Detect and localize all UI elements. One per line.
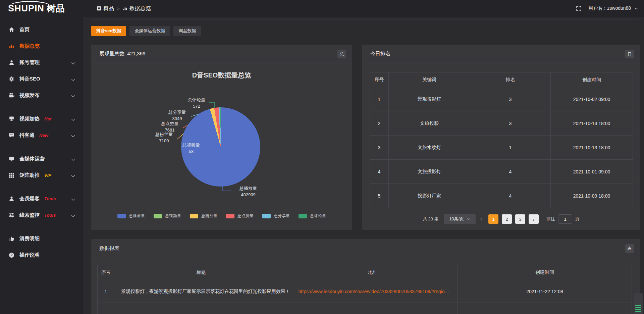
sidebar-item-lead-monitor[interactable]: 线索监控 Tools (0, 207, 83, 223)
new-badge: New (39, 133, 48, 138)
page-button-3[interactable]: 3 (515, 214, 525, 224)
rank-panel-header: 今日排名 日 (362, 45, 640, 63)
total-badge-button[interactable]: 总 (337, 50, 346, 58)
chevron-down-icon (71, 93, 75, 98)
widget-bar (635, 311, 641, 312)
page-unit-label: 页 (575, 216, 580, 222)
breadcrumb: 树品 > 数据总览 (97, 0, 151, 17)
chevron-down-icon (71, 172, 75, 178)
seo-panel-header: 展现量总数: 421,369 总 (91, 45, 352, 63)
legend-item[interactable]: 总视频量 (154, 213, 181, 219)
legend-swatch (154, 214, 162, 218)
page-size-select[interactable]: 10条/页 (444, 214, 476, 224)
sidebar-item-video-heat[interactable]: 视频加热 Hot (0, 111, 83, 127)
goto-page-input[interactable] (558, 214, 572, 224)
table-badge-button[interactable]: 表 (625, 244, 634, 253)
sidebar-item-expense-detail[interactable]: 消费明细 (0, 230, 83, 247)
username-menu[interactable]: 用户名：zswodun88 (588, 5, 638, 11)
sidebar-item-instructions[interactable]: ? 操作说明 (0, 247, 83, 263)
tab-media-operation-data[interactable]: 全媒体运营数据 (129, 26, 170, 36)
dashboard-page: SHUPIN 树品 树品 > 数据总览 用户名：zswodun88 (0, 0, 644, 314)
chevron-down-icon (71, 116, 75, 122)
video-camera-icon (9, 93, 14, 98)
sidebar-item-douyin-seo[interactable]: 抖音SEO (0, 71, 83, 87)
chevron-down-icon (71, 156, 75, 162)
sidebar-item-account[interactable]: 账号管理 (0, 54, 83, 71)
column-header: 排名 (470, 72, 551, 87)
table-row: 1景观投影灯32021-10-02 09:00 (370, 87, 633, 111)
prev-page-button[interactable]: ‹ (480, 216, 482, 222)
breadcrumb-root[interactable]: 树品 (97, 5, 114, 12)
report-panel-header: 数据报表 表 (91, 239, 640, 258)
logo-arc (10, 1, 50, 6)
chat-bubble-icon (9, 133, 14, 138)
tools-badge: Tools (44, 196, 56, 201)
sidebar-item-video-publish[interactable]: 视频发布 (0, 87, 83, 104)
chevron-down-icon (71, 60, 75, 65)
chevron-down-icon (71, 212, 75, 218)
bar-chart-icon (123, 6, 127, 11)
chevron-down-icon (467, 218, 470, 220)
widget-bar (635, 309, 641, 310)
table-row (98, 303, 632, 314)
question-icon: ? (9, 252, 14, 258)
sidebar-item-matrix-boost[interactable]: 矩阵助推 VIP (0, 167, 83, 184)
tab-douyin-seo-data[interactable]: 抖音seo数据 (91, 26, 126, 36)
sidebar-item-member-burst[interactable]: 会员爆客 Tools (0, 191, 83, 207)
svg-text:?: ? (10, 253, 12, 257)
pie-label-plays: 总播放量 402909 (232, 185, 264, 198)
sidebar-item-douketong[interactable]: 抖客通 New (0, 127, 83, 144)
bar-chart-icon (9, 43, 14, 49)
breadcrumb-current[interactable]: 数据总览 (123, 5, 151, 12)
report-table: 序号 标题 地址 创建时间 1 景观投影灯，夜游景观投影灯厂家展示展示落花灯在花… (97, 265, 632, 314)
legend-swatch (190, 214, 198, 218)
chevron-down-icon (634, 7, 638, 10)
top-bar: SHUPIN 树品 树品 > 数据总览 用户名：zswodun88 (0, 0, 644, 17)
rank-table-header-row: 序号 关键词 排名 创建时间 (370, 72, 633, 87)
column-header: 标题 (114, 265, 288, 280)
sidebar-divider (7, 107, 74, 107)
sidebar: 首页 数据总览 账号管理 抖音SEO 视频发布 视频加热 Hot (0, 17, 83, 314)
pie-chart-area: D音SEO数据量总览 总评论量 572 总分享量 3049 (91, 63, 352, 229)
next-page-button[interactable]: › (529, 214, 539, 224)
legend-item[interactable]: 总评论量 (299, 213, 326, 219)
video-link[interactable]: https://www.iesdouyin.com/share/video/70… (299, 289, 449, 294)
widget-bar (635, 305, 641, 306)
tools-badge: Tools (44, 213, 56, 218)
user-icon (9, 60, 14, 65)
impressions-total-label: 展现量总数: 421,369 (99, 51, 146, 57)
page-button-2[interactable]: 2 (502, 214, 512, 224)
report-panel-title: 数据报表 (99, 245, 119, 252)
chevron-down-icon (71, 196, 75, 202)
column-header: 创建时间 (551, 72, 633, 87)
tab-inquiry-data[interactable]: 询盘数据 (173, 26, 201, 36)
legend-item[interactable]: 总粉丝量 (190, 213, 217, 219)
floating-widget[interactable] (634, 293, 643, 314)
sidebar-item-data-overview[interactable]: 数据总览 (0, 38, 83, 54)
report-row-index: 1 (98, 280, 114, 303)
member-icon (9, 196, 14, 202)
breadcrumb-separator: > (117, 6, 120, 11)
sidebar-item-media-operation[interactable]: 全媒体运营 (0, 151, 83, 167)
column-header: 创建时间 (458, 265, 632, 280)
legend-swatch (117, 214, 126, 218)
pie-label-fans: 总粉丝量 7100 (152, 131, 176, 144)
legend-item[interactable]: 总点赞量 (226, 213, 254, 219)
day-badge-button[interactable]: 日 (625, 50, 634, 58)
sidebar-item-home[interactable]: 首页 (0, 21, 83, 38)
widget-bar (635, 307, 641, 308)
total-count-label: 共 23 条 (423, 216, 439, 222)
legend-item[interactable]: 总分享量 (262, 213, 290, 219)
column-header: 序号 (98, 265, 114, 280)
chart-title: D音SEO数据量总览 (91, 71, 352, 80)
today-rank-panel: 今日排名 日 序号 关键词 排名 创建时间 1景观投影灯32021-10-02 … (362, 45, 640, 230)
sidebar-divider (7, 147, 74, 147)
page-button-1[interactable]: 1 (488, 214, 498, 224)
fullscreen-icon[interactable] (576, 6, 582, 11)
app-logo[interactable]: SHUPIN 树品 (8, 0, 65, 17)
legend-item[interactable]: 总播放量 (117, 213, 145, 219)
grid-icon (9, 172, 14, 178)
pie-label-comments: 总评论量 572 (182, 97, 211, 109)
vip-badge: VIP (44, 173, 51, 178)
report-table-header-row: 序号 标题 地址 创建时间 (98, 265, 632, 280)
